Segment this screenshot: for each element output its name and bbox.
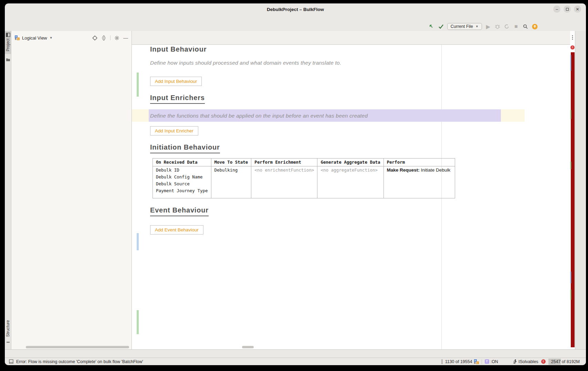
col-on-received-data: On Received Data [153, 159, 211, 166]
initiation-behaviour-table[interactable]: On Received Data Move To State Perform E… [153, 158, 455, 198]
approve-check-icon[interactable] [438, 23, 444, 30]
debug-button[interactable] [494, 23, 501, 30]
structure-tool-icon [6, 339, 10, 343]
breadcrumb-bar: Current File ▼ ▶ ■ [5, 23, 586, 31]
title-bar: DebulkProject – BulkFlow – ✕ [5, 3, 586, 15]
status-bar: Error: Flow is missing outcome 'Complete… [5, 358, 586, 365]
tool-stripe-structure[interactable]: Structure [6, 320, 10, 343]
project-hscrollbar[interactable] [26, 346, 129, 348]
col-move-to-state: Move To State [211, 159, 251, 166]
error-stripe[interactable]: ! [570, 31, 575, 349]
stop-button[interactable]: ■ [513, 23, 519, 30]
left-tool-stripe: Project Structure [5, 31, 11, 349]
generate-icon[interactable] [429, 23, 435, 30]
search-everywhere-icon[interactable] [522, 23, 528, 30]
editor-tab-bar [132, 31, 570, 45]
col-generate-aggregate-data: Generate Aggregate Data [317, 159, 384, 166]
section-input-behaviour-heading: Input Behaviour [150, 47, 570, 52]
project-tree [11, 45, 132, 349]
toolwindow-toggle-icon[interactable] [9, 359, 13, 364]
editor-hscrollbar[interactable] [242, 346, 254, 348]
dsl-view-icon: DSL [15, 35, 20, 40]
locate-file-icon[interactable] [92, 35, 97, 41]
menu-bar [5, 15, 586, 23]
chevron-down-icon[interactable]: ▼ [50, 36, 53, 40]
document-content: Input Behaviour Define how inputs should… [132, 45, 570, 349]
caret-position-widget[interactable]: 1130 of 19554 DSL [441, 359, 479, 364]
add-input-behaviour-button[interactable]: Add Input Behaviour [150, 77, 202, 86]
input-behaviour-description: Define how inputs should processed and w… [150, 58, 570, 67]
cell-perform[interactable]: Make Request: Initiate Debulk [384, 166, 455, 198]
run-toolbar: Current File ▼ ▶ ■ [429, 23, 538, 30]
input-enrichers-description: Define the functions that should be appl… [149, 111, 368, 120]
view-selector[interactable]: Logical View [22, 35, 47, 41]
stripe-mark-green [570, 162, 571, 169]
solvables-widget[interactable]: ISolvables [513, 359, 538, 364]
stripe-mark-green [570, 110, 571, 119]
inspections-error-badge[interactable]: ! [570, 45, 575, 50]
dsl-badge-icon: DSL [474, 359, 479, 364]
t-badge: T [485, 359, 489, 364]
col-perform: Perform [384, 159, 455, 166]
cell-on-received-data[interactable]: Debulk ID Debulk Config Name Debulk Sour… [153, 166, 211, 198]
error-stripe-bar[interactable] [571, 52, 575, 347]
cell-move-to-state[interactable]: Debulking [211, 166, 251, 198]
close-button[interactable]: ✕ [574, 6, 581, 13]
coverage-button[interactable] [504, 23, 510, 30]
cell-generate-aggregate-data[interactable]: <no aggregateFunction> [317, 166, 384, 198]
section-initiation-behaviour-heading: Initiation Behaviour [150, 143, 220, 153]
add-input-enricher-button[interactable]: Add Input Enricher [150, 126, 198, 135]
status-message[interactable]: Error: Flow is missing outcome 'Complete… [16, 359, 143, 364]
gear-icon[interactable] [114, 35, 119, 41]
project-tool-icon [6, 33, 10, 37]
memory-indicator[interactable]: 2547 of 8192M [548, 359, 582, 365]
runner-icon [513, 359, 517, 364]
tool-stripe-project[interactable]: Project [5, 31, 11, 54]
scrollbar-thumb[interactable] [570, 55, 571, 71]
section-event-behaviour-heading: Event Behaviour [150, 206, 209, 216]
window-title: DebulkProject – BulkFlow [5, 7, 586, 12]
error-count-icon[interactable]: ! [541, 359, 546, 364]
minimize-button[interactable]: – [553, 6, 560, 13]
stripe-mark-green [570, 290, 571, 300]
structure-stripe-label: Structure [6, 320, 10, 337]
project-panel: DSL Logical View ▼ — [11, 31, 132, 349]
col-perform-enrichment: Perform Enrichment [251, 159, 317, 166]
project-panel-header: DSL Logical View ▼ — [11, 31, 132, 45]
bottom-tool-bar [5, 349, 586, 358]
project-stripe-label: Project [6, 39, 10, 51]
add-event-behaviour-button[interactable]: Add Event Behaviour [150, 225, 203, 234]
ide-window: DebulkProject – BulkFlow – ✕ Current Fil… [5, 3, 586, 365]
run-button[interactable]: ▶ [485, 23, 491, 30]
section-input-enrichers-heading: Input Enrichers [150, 94, 205, 104]
update-available-icon[interactable] [532, 23, 538, 30]
highlighted-line: Define the functions that should be appl… [132, 109, 525, 122]
maximize-button[interactable] [564, 6, 571, 13]
run-config-label: Current File [451, 24, 473, 29]
hide-panel-icon[interactable]: — [123, 35, 128, 41]
stripe-mark-blue [570, 272, 571, 283]
collapse-all-icon[interactable] [101, 35, 106, 41]
folder-icon[interactable] [6, 57, 10, 62]
editor-options-kebab-icon[interactable] [571, 35, 574, 40]
chevron-down-icon: ▼ [475, 25, 479, 28]
editor-area: Input Behaviour Define how inputs should… [132, 31, 570, 349]
t-toggle-widget[interactable]: T :ON [485, 359, 498, 364]
editor-body[interactable]: Input Behaviour Define how inputs should… [132, 45, 570, 349]
run-config-selector[interactable]: Current File ▼ [447, 23, 482, 30]
right-tool-stripe [575, 31, 586, 349]
cell-perform-enrichment[interactable]: <no enrichmentFunction> [251, 166, 317, 198]
